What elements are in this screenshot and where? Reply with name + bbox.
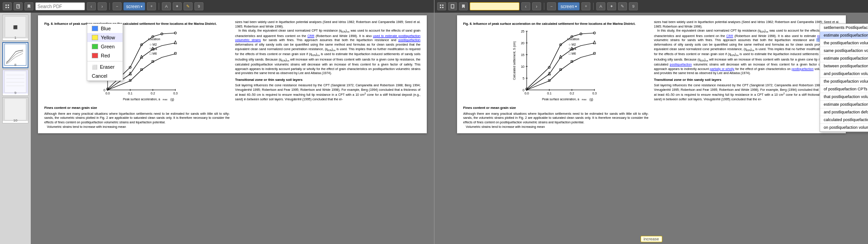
svg-rect-61 xyxy=(440,5,441,6)
autocomplete-item-10[interactable]: that postliquefaction volumetric str... xyxy=(820,93,868,101)
svg-text:0.2: 0.2 xyxy=(151,92,155,95)
left-nav-next[interactable]: › xyxy=(98,2,107,10)
right-nav-next[interactable]: › xyxy=(532,2,541,10)
autocomplete-item-3[interactable]: the postliquefaction volumetric str... xyxy=(820,39,868,47)
left-screen-label: screen xyxy=(126,4,140,9)
left-right-text-2: Soil layering influences the cone resist… xyxy=(235,83,420,102)
dropdown-yellow[interactable]: Yellow xyxy=(87,33,123,42)
right-pencil-btn[interactable]: ✎ xyxy=(618,2,627,10)
right-thumb-btn[interactable] xyxy=(437,2,446,10)
autocomplete-item-5[interactable]: estimate postliquefaction volum... xyxy=(820,55,868,62)
autocomplete-item-14[interactable]: on postliquefaction volumetric str... xyxy=(820,124,868,131)
thumb-page-1[interactable]: ⬛ 1 xyxy=(2,14,28,41)
right-zoom-out[interactable]: − xyxy=(547,2,556,10)
dropdown-blue[interactable]: Blue xyxy=(87,24,123,33)
autocomplete-item-7[interactable]: and postliquefaction volumetric str... xyxy=(820,70,868,78)
left-col: Fig. 8. Influence of peak surface accele… xyxy=(44,20,230,129)
dropdown-cancel[interactable]: Cancel xyxy=(87,71,123,80)
left-right-text-1: sizes had been widely used in liquefacti… xyxy=(235,20,420,75)
autocomplete-item-1[interactable]: settlements Postliquefac volu... xyxy=(820,24,868,32)
left-settings-btn[interactable]: ✦ xyxy=(173,2,182,10)
svg-rect-65 xyxy=(451,5,454,8)
thumb-page-10[interactable]: 10 xyxy=(2,97,28,123)
left-thumb-btn[interactable] xyxy=(3,2,12,10)
dropdown-red-label: Red xyxy=(101,53,110,58)
thumb-num-9: 9 xyxy=(14,91,16,95)
autocomplete-panel: settlements Postliquefac volu... estimat… xyxy=(820,23,868,132)
right-search-input[interactable]: postliquefaction xyxy=(470,2,519,10)
svg-text:0: 0 xyxy=(104,89,105,92)
autocomplete-item-13[interactable]: calculated postliquefaction volum... xyxy=(820,116,868,124)
left-nav-prev[interactable]: ‹ xyxy=(87,2,96,10)
right-content-area: Fig. 8. Influence of peak surface accele… xyxy=(434,13,868,244)
right-body-text-1: Although there are many practical situat… xyxy=(463,112,649,129)
right-extra-btn[interactable]: 9 xyxy=(629,2,638,10)
left-pencil-btn[interactable]: ✎ xyxy=(184,2,193,10)
svg-rect-64 xyxy=(442,7,443,8)
svg-text:⬛: ⬛ xyxy=(13,24,18,29)
svg-text:10: 10 xyxy=(521,65,524,68)
svg-text:(g): (g) xyxy=(170,98,174,101)
autocomplete-item-8[interactable]: the postliquefaction volumetric-str... xyxy=(820,78,868,85)
left-right-col: sizes had been widely used in liquefacti… xyxy=(235,20,420,129)
right-chevron-icon: ▾ xyxy=(575,5,577,9)
svg-rect-0 xyxy=(5,5,7,6)
dropdown-sep xyxy=(87,61,123,61)
left-zoom-out[interactable]: − xyxy=(113,2,122,10)
left-screen-btn[interactable]: screen ▾ xyxy=(123,2,145,10)
right-sep2 xyxy=(593,3,594,10)
svg-rect-63 xyxy=(440,7,441,8)
svg-text:□  M6: □ M6 xyxy=(569,52,576,55)
sep2 xyxy=(159,3,159,10)
autocomplete-item-2[interactable]: estimate postliquefaction volum... xyxy=(820,32,868,39)
svg-text:0.1: 0.1 xyxy=(128,92,132,95)
left-page-btn[interactable] xyxy=(14,2,23,10)
autocomplete-item-9[interactable]: of postliquefaction CPTs have bee... xyxy=(820,85,868,93)
left-search-input[interactable] xyxy=(35,2,85,10)
sep1 xyxy=(109,3,110,10)
right-page: Fig. 8. Influence of peak surface accele… xyxy=(457,15,846,133)
right-font-btn[interactable]: A xyxy=(596,2,605,10)
right-toolbar: postliquefaction ‹ › − screen ▾ + A ✦ ✎ … xyxy=(434,0,868,13)
left-font-btn[interactable]: A xyxy=(162,2,171,10)
left-zoom-in[interactable]: + xyxy=(147,2,156,10)
right-left-col: Fig. 8. Influence of peak surface accele… xyxy=(463,20,649,129)
autocomplete-item-6[interactable]: between postliquefaction volum... xyxy=(820,62,868,70)
right-panel: postliquefaction ‹ › − screen ▾ + A ✦ ✎ … xyxy=(434,0,868,244)
svg-rect-62 xyxy=(442,5,443,6)
svg-text:0: 0 xyxy=(523,89,524,92)
thumb-page-9[interactable]: 9 xyxy=(2,70,28,96)
right-screen-btn[interactable]: screen ▾ xyxy=(558,2,580,10)
autocomplete-item-11[interactable]: estimate postliquefaction volume... xyxy=(820,101,868,108)
left-figure: Fig. 8. Influence of peak surface accele… xyxy=(44,22,230,103)
autocomplete-item-12[interactable]: and postliquefaction deformation-... xyxy=(820,108,868,116)
autocomplete-item-4[interactable]: same postliquefaction volumetric ... xyxy=(820,47,868,55)
right-page-btn[interactable] xyxy=(448,2,457,10)
left-bookmark-btn[interactable] xyxy=(24,2,33,10)
increase-status-bar: increase xyxy=(640,236,662,242)
svg-marker-66 xyxy=(462,5,465,8)
right-right-text-1: sizes had been widely used in liquefacti… xyxy=(654,20,840,75)
right-zoom-in[interactable]: + xyxy=(581,2,590,10)
right-sep1 xyxy=(544,3,544,10)
thumb-page-8[interactable]: 8 xyxy=(2,42,28,68)
dropdown-red[interactable]: Red xyxy=(87,51,123,60)
dropdown-green[interactable]: Green xyxy=(87,42,123,51)
right-right-col: sizes had been widely used in liquefacti… xyxy=(654,20,840,129)
green-swatch xyxy=(92,44,98,49)
dropdown-yellow-label: Yellow xyxy=(101,35,115,40)
svg-text:○  M2: ○ M2 xyxy=(569,43,576,46)
left-content-area: ⬛ 1 8 xyxy=(0,13,434,244)
right-bookmark-btn[interactable] xyxy=(459,2,468,10)
left-section-title-1: Fines content or mean grain size xyxy=(44,106,230,110)
left-panel: ‹ › − screen ▾ + A ✦ ✎ 9 Blue Yellow Gre… xyxy=(0,0,434,244)
svg-text:0.0: 0.0 xyxy=(524,92,529,95)
right-nav-prev[interactable]: ‹ xyxy=(521,2,530,10)
dropdown-eraser[interactable]: ⬜ Eraser xyxy=(87,62,123,71)
left-extra-btn[interactable]: 9 xyxy=(194,2,203,10)
svg-text:0.3: 0.3 xyxy=(173,92,178,95)
left-figure-caption: Fig. 8. Influence of peak surface accele… xyxy=(44,22,230,26)
svg-marker-56 xyxy=(174,41,177,44)
right-settings-btn[interactable]: ✦ xyxy=(607,2,616,10)
svg-text:○  M2: ○ M2 xyxy=(150,43,157,46)
